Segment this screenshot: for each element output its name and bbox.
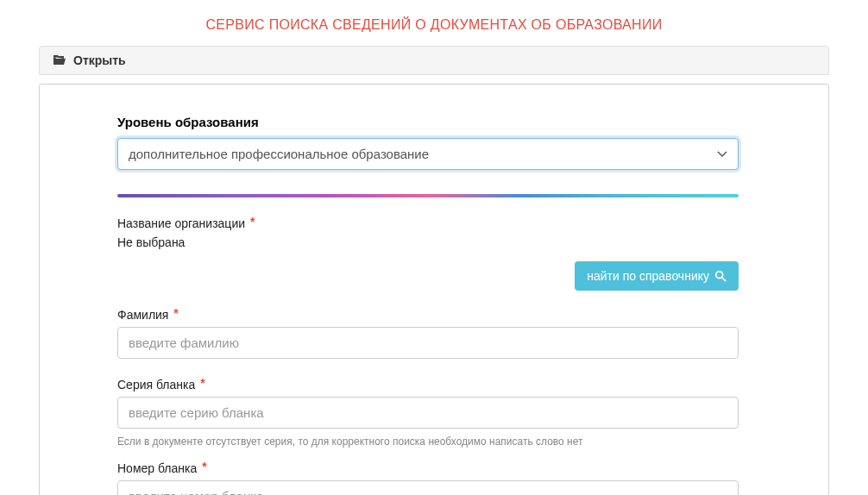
search-icon — [714, 270, 726, 282]
content-frame: Уровень образования дополнительное профе… — [39, 84, 829, 495]
page-title: СЕРВИС ПОИСКА СВЕДЕНИЙ О ДОКУМЕНТАХ ОБ О… — [0, 0, 868, 46]
blank-series-help: Если в документе отсутствует серия, то д… — [117, 435, 739, 448]
org-button-row: найти по справочнику — [117, 261, 739, 291]
surname-input[interactable] — [117, 327, 739, 359]
organization-label: Название организации * — [117, 216, 739, 230]
form-container: Уровень образования дополнительное профе… — [117, 115, 739, 495]
education-level-label: Уровень образования — [117, 115, 739, 129]
open-bar-label: Открыть — [73, 53, 126, 67]
surname-group: Фамилия * — [117, 308, 739, 364]
section-divider — [117, 194, 739, 197]
blank-number-input[interactable] — [117, 480, 739, 495]
education-level-select[interactable]: дополнительное профессиональное образова… — [117, 138, 739, 170]
organization-value: Не выбрана — [117, 235, 739, 249]
surname-label: Фамилия * — [117, 308, 739, 322]
blank-number-label: Номер бланка * — [117, 461, 739, 475]
blank-series-group: Серия бланка * Если в документе отсутств… — [117, 378, 739, 448]
folder-open-icon — [53, 54, 66, 66]
surname-label-text: Фамилия — [117, 308, 168, 322]
blank-series-label-text: Серия бланка — [117, 378, 195, 392]
blank-number-group: Номер бланка * — [117, 461, 739, 495]
required-star-icon: * — [173, 306, 178, 320]
required-star-icon: * — [200, 376, 204, 390]
open-bar[interactable]: Открыть — [39, 46, 829, 75]
organization-label-text: Название организации — [117, 216, 245, 230]
search-directory-button-label: найти по справочнику — [587, 269, 709, 283]
required-star-icon: * — [202, 460, 206, 473]
education-level-select-wrap: дополнительное профессиональное образова… — [117, 138, 739, 170]
required-star-icon: * — [250, 215, 255, 229]
blank-series-input[interactable] — [117, 397, 739, 429]
svg-line-1 — [722, 278, 726, 281]
organization-group: Название организации * Не выбрана найти … — [117, 216, 739, 291]
search-directory-button[interactable]: найти по справочнику — [575, 261, 739, 291]
blank-number-label-text: Номер бланка — [117, 461, 197, 475]
blank-series-label: Серия бланка * — [117, 378, 739, 392]
